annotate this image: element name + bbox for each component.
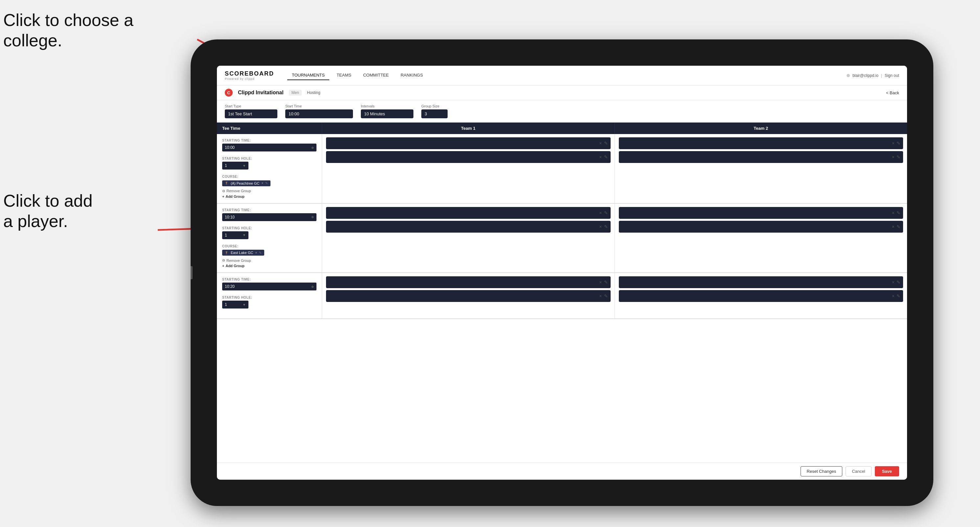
player-slot-x-icon-3[interactable]: × <box>892 141 894 146</box>
th-team1: Team 1 <box>322 122 615 134</box>
tee-block-3-right: × ✎ × ✎ × ✎ <box>322 273 907 318</box>
sub-header-logo: C <box>225 89 233 97</box>
annotation-choose-college: Click to choose acollege. <box>3 10 134 51</box>
footer-bar: Reset Changes Cancel Save <box>217 463 907 480</box>
course-label-2: COURSE: <box>222 244 317 248</box>
tee-block-1-right: × ✎ × ✎ × ✎ <box>322 134 907 203</box>
tablet-frame: SCOREBOARD Powered by clippd TOURNAMENTS… <box>191 40 933 506</box>
team1-col-1: × ✎ × ✎ <box>322 134 615 203</box>
start-type-select[interactable]: 1st Tee Start <box>225 110 277 118</box>
starting-time-input-3[interactable]: 10:20⊕ <box>222 283 317 290</box>
cancel-button[interactable]: Cancel <box>846 466 871 476</box>
nav-user: blair@clippd.io | Sign out <box>846 73 899 78</box>
sub-header-hosting: Hosting <box>307 90 320 95</box>
group-size-group: Group Size 3 <box>421 104 448 118</box>
starting-hole-input-1[interactable]: 1▼ <box>222 162 248 170</box>
tee-block-3-left: STARTING TIME: 10:20⊕ STARTING HOLE: 1▼ <box>217 273 322 318</box>
course-label-1: COURSE: <box>222 175 317 178</box>
starting-time-label-2: STARTING TIME: <box>222 208 317 212</box>
tee-block-3: STARTING TIME: 10:20⊕ STARTING HOLE: 1▼ <box>217 273 907 319</box>
sub-header-badge: Men <box>289 90 302 95</box>
start-time-group: Start Time <box>285 104 353 118</box>
save-button[interactable]: Save <box>875 466 899 476</box>
sub-header-title: Clippd Invitational <box>238 90 284 95</box>
add-group-btn-1[interactable]: +Add Group <box>222 195 317 198</box>
start-time-label: Start Time <box>285 104 353 108</box>
tee-block-1: STARTING TIME: 10:00⊕ STARTING HOLE: 1▼ <box>217 134 907 204</box>
start-type-label: Start Type <box>225 104 277 108</box>
course-tag-2[interactable]: 🏌 East Lake GC × ✎ <box>222 250 264 256</box>
nav-link-teams[interactable]: TEAMS <box>332 71 356 80</box>
player-slot-1-2[interactable]: × ✎ <box>326 151 611 163</box>
nav-links: TOURNAMENTS TEAMS COMMITTEE RANKINGS <box>287 71 846 80</box>
starting-hole-label-3: STARTING HOLE: <box>222 296 317 299</box>
nav-link-committee[interactable]: COMMITTEE <box>358 71 393 80</box>
brand-title: SCOREBOARD <box>225 70 274 77</box>
reset-changes-button[interactable]: Reset Changes <box>800 466 843 476</box>
course-edit-2[interactable]: ✎ <box>259 251 262 255</box>
player-slot-5-2[interactable]: × ✎ <box>326 290 611 302</box>
course-remove-2[interactable]: × <box>255 251 257 255</box>
player-slot-edit-icon-2[interactable]: ✎ <box>604 154 608 160</box>
user-avatar-dot <box>846 74 850 77</box>
player-slot-5-1[interactable]: × ✎ <box>326 276 611 288</box>
starting-time-input-1[interactable]: 10:00⊕ <box>222 144 317 151</box>
player-slot-2-1[interactable]: × ✎ <box>619 137 904 149</box>
team1-col-3: × ✎ × ✎ <box>322 273 615 318</box>
th-tee-time: Tee Time <box>217 122 322 134</box>
starting-time-label-3: STARTING TIME: <box>222 278 317 281</box>
starting-hole-label-2: STARTING HOLE: <box>222 226 317 230</box>
start-type-group: Start Type 1st Tee Start <box>225 104 277 118</box>
tablet-screen: SCOREBOARD Powered by clippd TOURNAMENTS… <box>217 66 907 480</box>
th-team2: Team 2 <box>615 122 907 134</box>
tee-block-2: STARTING TIME: 10:10⊕ STARTING HOLE: 1▼ <box>217 204 907 273</box>
tee-block-2-left: STARTING TIME: 10:10⊕ STARTING HOLE: 1▼ <box>217 204 322 273</box>
course-edit-1[interactable]: ✎ <box>265 181 268 185</box>
course-tag-1[interactable]: 🏌 (A) Peachtree GC × ✎ <box>222 180 270 186</box>
group-size-label: Group Size <box>421 104 448 108</box>
player-slot-4-2[interactable]: × ✎ <box>619 221 904 233</box>
player-slot-3-1[interactable]: × ✎ <box>326 207 611 219</box>
player-slot-x-icon[interactable]: × <box>599 141 602 146</box>
add-group-btn-2[interactable]: +Add Group <box>222 264 317 268</box>
remove-group-btn-2[interactable]: ⊖Remove Group <box>222 258 317 262</box>
player-slot-x-icon-2[interactable]: × <box>599 154 602 160</box>
player-slot-edit-icon[interactable]: ✎ <box>604 141 608 146</box>
remove-group-btn-1[interactable]: ⊖Remove Group <box>222 189 317 193</box>
intervals-label: Intervals <box>361 104 414 108</box>
sub-header: C Clippd Invitational Men Hosting < Back <box>217 86 907 100</box>
player-slot-1-1[interactable]: × ✎ <box>326 137 611 149</box>
player-slot-6-1[interactable]: × ✎ <box>619 276 904 288</box>
brand-sub: Powered by clippd <box>225 77 274 81</box>
player-slot-4-1[interactable]: × ✎ <box>619 207 904 219</box>
back-button[interactable]: < Back <box>886 90 899 95</box>
nav-link-tournaments[interactable]: TOURNAMENTS <box>287 71 329 80</box>
player-slot-edit-icon-3[interactable]: ✎ <box>897 141 900 146</box>
sign-out-link[interactable]: Sign out <box>885 73 899 78</box>
annotation-add-player: Click to adda player. <box>3 190 93 232</box>
start-time-input[interactable] <box>285 110 353 118</box>
tablet-side-button <box>191 266 192 279</box>
team2-col-2: × ✎ × ✎ <box>615 204 907 273</box>
player-slot-2-2[interactable]: × ✎ <box>619 151 904 163</box>
player-slot-6-2[interactable]: × ✎ <box>619 290 904 302</box>
starting-time-input-2[interactable]: 10:10⊕ <box>222 213 317 221</box>
user-email: blair@clippd.io <box>853 73 878 78</box>
controls-row: Start Type 1st Tee Start Start Time Inte… <box>217 100 907 122</box>
team2-col-1: × ✎ × ✎ <box>615 134 907 203</box>
starting-hole-label-1: STARTING HOLE: <box>222 157 317 160</box>
starting-hole-input-3[interactable]: 1▼ <box>222 301 248 308</box>
player-slot-x-icon-4[interactable]: × <box>892 154 894 160</box>
nav-link-rankings[interactable]: RANKINGS <box>396 71 428 80</box>
player-slot-edit-icon-4[interactable]: ✎ <box>897 154 900 160</box>
starting-time-label-1: STARTING TIME: <box>222 139 317 142</box>
intervals-select[interactable]: 10 Minutes <box>361 110 414 118</box>
table-body: STARTING TIME: 10:00⊕ STARTING HOLE: 1▼ <box>217 134 907 463</box>
starting-hole-input-2[interactable]: 1▼ <box>222 231 248 239</box>
course-remove-1[interactable]: × <box>261 181 263 185</box>
team1-col-2: × ✎ × ✎ <box>322 204 615 273</box>
player-slot-3-2[interactable]: × ✎ <box>326 221 611 233</box>
group-size-select[interactable]: 3 <box>421 110 448 118</box>
nav-brand: SCOREBOARD Powered by clippd <box>225 70 274 81</box>
nav-bar: SCOREBOARD Powered by clippd TOURNAMENTS… <box>217 66 907 86</box>
